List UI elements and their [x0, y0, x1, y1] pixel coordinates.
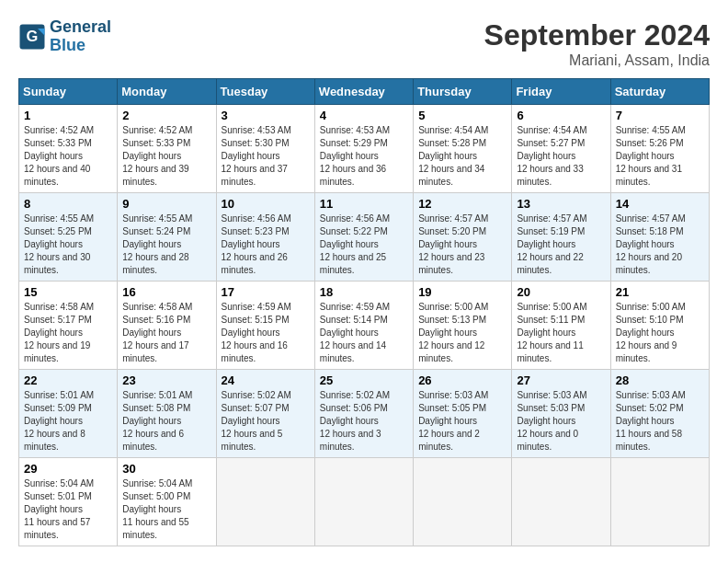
day-info: Sunrise: 4:53 AMSunset: 5:29 PMDaylight …	[320, 124, 408, 189]
day-number: 17	[222, 285, 310, 299]
calendar-table: SundayMondayTuesdayWednesdayThursdayFrid…	[18, 78, 710, 546]
day-number: 13	[517, 197, 605, 211]
calendar-cell: 23Sunrise: 5:01 AMSunset: 5:08 PMDayligh…	[118, 370, 216, 458]
day-number: 10	[222, 197, 310, 211]
day-info: Sunrise: 5:04 AMSunset: 5:01 PMDaylight …	[24, 477, 112, 542]
calendar-cell: 29Sunrise: 5:04 AMSunset: 5:01 PMDayligh…	[19, 458, 118, 546]
calendar-cell	[512, 458, 610, 546]
logo: G General Blue	[18, 18, 111, 55]
day-number: 18	[320, 285, 408, 299]
day-info: Sunrise: 4:59 AMSunset: 5:15 PMDaylight …	[222, 301, 310, 365]
logo-icon: G	[18, 23, 46, 51]
calendar-cell: 7Sunrise: 4:55 AMSunset: 5:26 PMDaylight…	[610, 105, 709, 193]
day-info: Sunrise: 5:04 AMSunset: 5:00 PMDaylight …	[122, 477, 210, 542]
calendar-cell: 4Sunrise: 4:53 AMSunset: 5:29 PMDaylight…	[314, 105, 413, 193]
calendar-cell: 24Sunrise: 5:02 AMSunset: 5:07 PMDayligh…	[216, 370, 314, 458]
calendar-week-row: 1Sunrise: 4:52 AMSunset: 5:33 PMDaylight…	[19, 105, 710, 193]
calendar-cell: 6Sunrise: 4:54 AMSunset: 5:27 PMDaylight…	[512, 105, 610, 193]
calendar-cell: 30Sunrise: 5:04 AMSunset: 5:00 PMDayligh…	[118, 458, 216, 546]
day-info: Sunrise: 5:03 AMSunset: 5:02 PMDaylight …	[616, 389, 704, 454]
day-number: 7	[616, 109, 704, 122]
calendar-cell: 25Sunrise: 5:02 AMSunset: 5:06 PMDayligh…	[314, 370, 413, 458]
day-info: Sunrise: 4:56 AMSunset: 5:23 PMDaylight …	[222, 213, 310, 277]
day-number: 1	[24, 109, 112, 122]
day-number: 9	[122, 197, 210, 211]
day-number: 3	[222, 109, 310, 122]
day-number: 20	[517, 285, 605, 299]
calendar-cell: 21Sunrise: 5:00 AMSunset: 5:10 PMDayligh…	[610, 282, 709, 370]
calendar-cell: 1Sunrise: 4:52 AMSunset: 5:33 PMDaylight…	[19, 105, 118, 193]
day-info: Sunrise: 4:59 AMSunset: 5:14 PMDaylight …	[320, 301, 408, 365]
day-info: Sunrise: 5:03 AMSunset: 5:03 PMDaylight …	[517, 389, 605, 454]
calendar-cell: 18Sunrise: 4:59 AMSunset: 5:14 PMDayligh…	[314, 282, 413, 370]
day-info: Sunrise: 4:55 AMSunset: 5:25 PMDaylight …	[24, 213, 112, 277]
day-info: Sunrise: 4:53 AMSunset: 5:30 PMDaylight …	[222, 124, 310, 189]
day-number: 27	[517, 373, 605, 387]
location: Mariani, Assam, India	[484, 52, 710, 69]
calendar-cell: 19Sunrise: 5:00 AMSunset: 5:13 PMDayligh…	[414, 282, 512, 370]
calendar-cell: 8Sunrise: 4:55 AMSunset: 5:25 PMDaylight…	[19, 193, 118, 282]
day-info: Sunrise: 4:55 AMSunset: 5:24 PMDaylight …	[122, 213, 210, 277]
day-info: Sunrise: 4:57 AMSunset: 5:18 PMDaylight …	[616, 213, 704, 277]
month-title: September 2024	[484, 18, 710, 52]
column-header-friday: Friday	[512, 79, 610, 105]
column-header-sunday: Sunday	[19, 79, 118, 105]
day-number: 26	[418, 373, 506, 387]
calendar-cell	[216, 458, 314, 546]
calendar-header-row: SundayMondayTuesdayWednesdayThursdayFrid…	[19, 79, 710, 105]
page-header: G General Blue September 2024 Mariani, A…	[18, 18, 710, 69]
calendar-cell: 15Sunrise: 4:58 AMSunset: 5:17 PMDayligh…	[19, 282, 118, 370]
calendar-cell	[414, 458, 512, 546]
calendar-cell: 16Sunrise: 4:58 AMSunset: 5:16 PMDayligh…	[118, 282, 216, 370]
day-info: Sunrise: 4:58 AMSunset: 5:17 PMDaylight …	[24, 301, 112, 365]
calendar-week-row: 8Sunrise: 4:55 AMSunset: 5:25 PMDaylight…	[19, 193, 710, 282]
day-info: Sunrise: 4:57 AMSunset: 5:20 PMDaylight …	[418, 213, 506, 277]
day-number: 23	[122, 373, 210, 387]
calendar-week-row: 15Sunrise: 4:58 AMSunset: 5:17 PMDayligh…	[19, 282, 710, 370]
day-info: Sunrise: 4:56 AMSunset: 5:22 PMDaylight …	[320, 213, 408, 277]
calendar-cell: 13Sunrise: 4:57 AMSunset: 5:19 PMDayligh…	[512, 193, 610, 282]
calendar-cell: 2Sunrise: 4:52 AMSunset: 5:33 PMDaylight…	[118, 105, 216, 193]
calendar-cell	[314, 458, 413, 546]
day-number: 5	[418, 109, 506, 122]
day-info: Sunrise: 5:00 AMSunset: 5:13 PMDaylight …	[418, 301, 506, 365]
day-info: Sunrise: 5:01 AMSunset: 5:09 PMDaylight …	[24, 389, 112, 454]
day-number: 4	[320, 109, 408, 122]
logo-text: General Blue	[50, 18, 111, 55]
svg-text:G: G	[27, 27, 39, 43]
day-number: 24	[222, 373, 310, 387]
column-header-wednesday: Wednesday	[314, 79, 413, 105]
day-number: 21	[616, 285, 704, 299]
title-section: September 2024 Mariani, Assam, India	[484, 18, 710, 69]
day-info: Sunrise: 4:54 AMSunset: 5:27 PMDaylight …	[517, 124, 605, 189]
calendar-cell: 22Sunrise: 5:01 AMSunset: 5:09 PMDayligh…	[19, 370, 118, 458]
column-header-tuesday: Tuesday	[216, 79, 314, 105]
column-header-monday: Monday	[118, 79, 216, 105]
day-number: 12	[418, 197, 506, 211]
calendar-cell: 20Sunrise: 5:00 AMSunset: 5:11 PMDayligh…	[512, 282, 610, 370]
calendar-cell: 28Sunrise: 5:03 AMSunset: 5:02 PMDayligh…	[610, 370, 709, 458]
column-header-thursday: Thursday	[414, 79, 512, 105]
calendar-cell: 26Sunrise: 5:03 AMSunset: 5:05 PMDayligh…	[414, 370, 512, 458]
calendar-cell: 5Sunrise: 4:54 AMSunset: 5:28 PMDaylight…	[414, 105, 512, 193]
day-number: 6	[517, 109, 605, 122]
day-info: Sunrise: 4:55 AMSunset: 5:26 PMDaylight …	[616, 124, 704, 189]
calendar-cell: 10Sunrise: 4:56 AMSunset: 5:23 PMDayligh…	[216, 193, 314, 282]
day-info: Sunrise: 5:02 AMSunset: 5:07 PMDaylight …	[222, 389, 310, 454]
day-info: Sunrise: 5:03 AMSunset: 5:05 PMDaylight …	[418, 389, 506, 454]
day-info: Sunrise: 5:00 AMSunset: 5:10 PMDaylight …	[616, 301, 704, 365]
calendar-cell: 27Sunrise: 5:03 AMSunset: 5:03 PMDayligh…	[512, 370, 610, 458]
day-number: 25	[320, 373, 408, 387]
calendar-cell: 3Sunrise: 4:53 AMSunset: 5:30 PMDaylight…	[216, 105, 314, 193]
day-number: 19	[418, 285, 506, 299]
day-info: Sunrise: 4:54 AMSunset: 5:28 PMDaylight …	[418, 124, 506, 189]
day-number: 11	[320, 197, 408, 211]
day-number: 29	[24, 462, 112, 476]
calendar-week-row: 29Sunrise: 5:04 AMSunset: 5:01 PMDayligh…	[19, 458, 710, 546]
day-info: Sunrise: 4:52 AMSunset: 5:33 PMDaylight …	[122, 124, 210, 189]
calendar-cell	[610, 458, 709, 546]
day-number: 15	[24, 285, 112, 299]
day-number: 16	[122, 285, 210, 299]
day-number: 14	[616, 197, 704, 211]
day-number: 22	[24, 373, 112, 387]
